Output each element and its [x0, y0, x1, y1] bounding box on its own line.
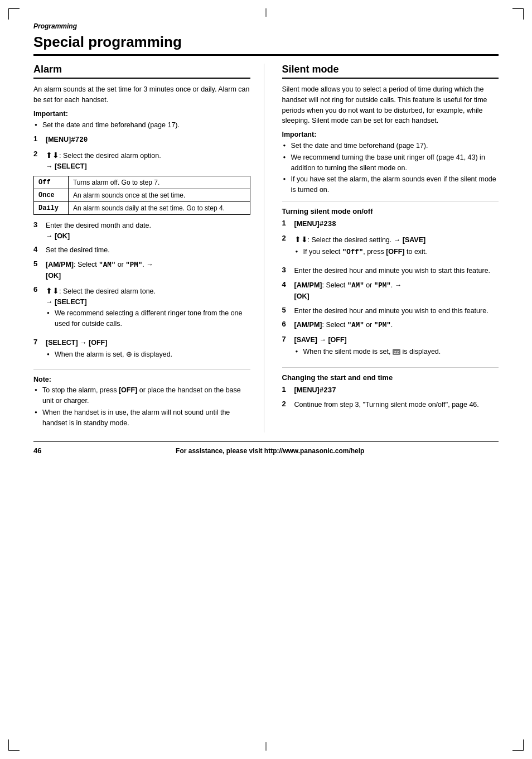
- step-1-content: [MENU]#720: [46, 134, 250, 146]
- updown-icon-step2: ⬆⬇: [46, 150, 59, 161]
- alarm-intro: An alarm sounds at the set time for 3 mi…: [33, 84, 250, 105]
- silent-step-7: 7 [SAVE] → [OFF] When the silent mode is…: [282, 335, 499, 362]
- step-7-off: [OFF]: [89, 339, 107, 347]
- corner-mark-br: [512, 739, 524, 751]
- step-num-3: 3: [33, 220, 43, 229]
- silent-step-num-4: 4: [282, 280, 292, 289]
- change-step-1: 1 [MENU]#237: [282, 385, 499, 396]
- alarm-note-1: To stop the alarm, press [OFF] or place …: [33, 385, 250, 406]
- change-step-1-menu: [MENU]: [294, 386, 320, 394]
- silent-intro: Silent mode allows you to select a perio…: [282, 84, 499, 126]
- corner-mark-tl: [8, 8, 20, 20]
- silent-step-6-am: "AM": [347, 321, 364, 329]
- silent-important-1: Set the date and time beforehand (page 1…: [282, 141, 499, 151]
- two-col-layout: Alarm An alarm sounds at the set time fo…: [33, 64, 499, 433]
- footer-assistance-text: For assistance, please visit http://www.…: [41, 447, 499, 455]
- silent-important-3: If you have set the alarm, the alarm sou…: [282, 174, 499, 195]
- silent-step-4-ok: [OK]: [294, 292, 309, 300]
- step-1-seq: #720: [71, 136, 88, 144]
- step-6-bullets: We recommend selecting a different ringe…: [46, 308, 250, 329]
- silent-step-num-5: 5: [282, 306, 292, 314]
- step-7-bullets: When the alarm is set, ⊕ is displayed.: [46, 349, 250, 360]
- corner-mark-bl: [8, 739, 20, 751]
- alarm-step-4: 4 Set the desired time.: [33, 245, 250, 256]
- alarm-step-3: 3 Enter the desired month and date. → [O…: [33, 220, 250, 242]
- silent-step-1-seq: #238: [320, 220, 336, 228]
- silent-step-num-6: 6: [282, 320, 292, 328]
- silent-important-2: We recommend turning the base unit ringe…: [282, 152, 499, 174]
- alarm-options-table: Off Turns alarm off. Go to step 7. Once …: [33, 176, 250, 215]
- step-2-select: [SELECT]: [55, 162, 87, 170]
- alarm-important-list: Set the date and time beforehand (page 1…: [33, 120, 250, 131]
- page: Programming Special programming Alarm An…: [0, 0, 532, 759]
- silent-step-6-pm: "PM": [374, 321, 391, 329]
- silent-step-6-content: [AM/PM]: Select "AM" or "PM".: [294, 320, 499, 331]
- alarm-title: Alarm: [33, 64, 250, 79]
- silent-step-4-pm: "PM": [374, 282, 391, 290]
- footer-page-number: 46: [33, 446, 41, 455]
- silent-important-list: Set the date and time beforehand (page 1…: [282, 141, 499, 195]
- step-6-content: ⬆⬇: Select the desired alarm tone. → [SE…: [46, 285, 250, 334]
- silent-step-4-ampm: [AM/PM]: [294, 281, 322, 289]
- step-num-4: 4: [33, 245, 43, 253]
- bottom-center-mark: [266, 742, 267, 751]
- table-desc-off: Turns alarm off. Go to step 7.: [68, 176, 250, 189]
- silent-step-4-content: [AM/PM]: Select "AM" or "PM". → [OK]: [294, 280, 499, 302]
- step-7-bullet-1: When the alarm is set, ⊕ is displayed.: [46, 349, 250, 360]
- turning-title: Turning silent mode on/off: [282, 207, 499, 215]
- step-num-1: 1: [33, 134, 43, 143]
- table-desc-daily: An alarm sounds daily at the set time. G…: [68, 201, 250, 214]
- silent-step-1-menu: [MENU]: [294, 220, 320, 228]
- table-desc-once: An alarm sounds once at the set time.: [68, 189, 250, 201]
- silent-step-num-1: 1: [282, 219, 292, 227]
- step-5-pm: "PM": [125, 261, 142, 269]
- silent-divider-1: [282, 201, 499, 201]
- table-row-once: Once An alarm sounds once at the set tim…: [34, 189, 250, 201]
- right-column: Silent mode Silent mode allows you to se…: [280, 64, 499, 433]
- alarm-note-label: Note:: [33, 376, 250, 383]
- page-footer: 46 For assistance, please visit http://w…: [33, 441, 499, 455]
- silent-step-3-content: Enter the desired hour and minute you wi…: [294, 266, 499, 276]
- step-num-6: 6: [33, 285, 43, 294]
- step-4-content: Set the desired time.: [46, 245, 250, 256]
- step-3-arrow: → [OK]: [46, 232, 70, 240]
- step-7-select: [SELECT]: [46, 339, 78, 347]
- alarm-note-2: When the handset is in use, the alarm wi…: [33, 407, 250, 429]
- alarm-step-1: 1 [MENU]#720: [33, 134, 250, 146]
- step-5-ampm: [AM/PM]: [46, 261, 74, 268]
- silent-step-num-7: 7: [282, 335, 292, 343]
- step-num-2: 2: [33, 150, 43, 158]
- main-title: Special programming: [33, 33, 499, 56]
- change-step-2-content: Continue from step 3, "Turning silent mo…: [294, 400, 499, 410]
- page-content: Programming Special programming Alarm An…: [33, 22, 499, 455]
- off-key: [OFF]: [386, 248, 404, 256]
- table-key-daily: Daily: [34, 201, 69, 214]
- top-center-mark: [266, 8, 267, 17]
- silent-step-5-content: Enter the desired hour and minute you wi…: [294, 306, 499, 316]
- updown-icon-step6: ⬆⬇: [46, 285, 59, 297]
- step-7-content: [SELECT] → [OFF] When the alarm is set, …: [46, 338, 250, 364]
- change-step-1-seq: #237: [320, 387, 336, 395]
- silent-icon: zz: [393, 349, 400, 355]
- step-5-content: [AM/PM]: Select "AM" or "PM". → [OK]: [46, 260, 250, 281]
- silent-step-7-bullets: When the silent mode is set, zz is displ…: [294, 347, 499, 357]
- table-row-off: Off Turns alarm off. Go to step 7.: [34, 176, 250, 189]
- silent-step-1: 1 [MENU]#238: [282, 219, 499, 230]
- off-mono: "Off": [342, 248, 364, 256]
- silent-step-4-am: "AM": [347, 282, 364, 290]
- table-key-once: Once: [34, 189, 69, 201]
- corner-mark-tr: [512, 8, 524, 20]
- silent-step-2: 2 ⬆⬇: Select the desired setting. → [SAV…: [282, 234, 499, 262]
- alarm-step-6: 6 ⬆⬇: Select the desired alarm tone. → […: [33, 285, 250, 334]
- step-5-ok: [OK]: [46, 272, 61, 280]
- step-2-arrow: → [SELECT]: [46, 162, 87, 170]
- change-step-num-2: 2: [282, 400, 292, 408]
- silent-important-label: Important:: [282, 131, 499, 138]
- alarm-step-5: 5 [AM/PM]: Select "AM" or "PM". → [OK]: [33, 260, 250, 281]
- section-label: Programming: [33, 22, 499, 30]
- silent-step-3: 3 Enter the desired hour and minute you …: [282, 266, 499, 276]
- silent-step-2-content: ⬆⬇: Select the desired setting. → [SAVE]…: [294, 234, 499, 262]
- silent-step-2-save: [SAVE]: [403, 236, 425, 244]
- alarm-note-list: To stop the alarm, press [OFF] or place …: [33, 385, 250, 428]
- silent-title: Silent mode: [282, 64, 499, 79]
